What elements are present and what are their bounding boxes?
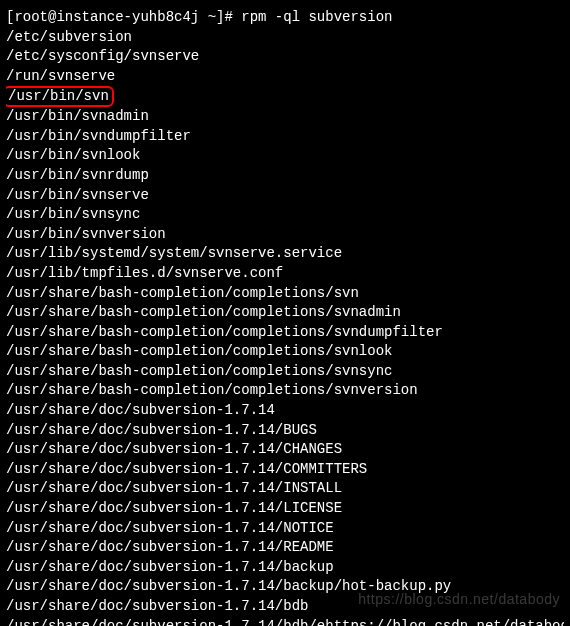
terminal-output-line: /usr/bin/svnlook (6, 146, 564, 166)
terminal-output-line: /usr/share/bash-completion/completions/s… (6, 342, 564, 362)
terminal-output-line: /run/svnserve (6, 67, 564, 87)
terminal-output-line: /usr/bin/svnserve (6, 186, 564, 206)
terminal-output-line: /usr/share/doc/subversion-1.7.14/bdb/eht… (6, 617, 564, 626)
terminal-output-line: /usr/share/doc/subversion-1.7.14 (6, 401, 564, 421)
terminal-output-line: /etc/sysconfig/svnserve (6, 47, 564, 67)
terminal-output-line: /usr/share/bash-completion/completions/s… (6, 381, 564, 401)
terminal-output-line: /usr/share/doc/subversion-1.7.14/backup/… (6, 577, 564, 597)
terminal-output-line: /etc/subversion (6, 28, 564, 48)
terminal-output-line: /usr/share/bash-completion/completions/s… (6, 362, 564, 382)
command-prompt-line: [root@instance-yuhb8c4j ~]# rpm -ql subv… (6, 8, 564, 28)
terminal-output-line: /usr/bin/svnsync (6, 205, 564, 225)
terminal-output-line: /usr/share/doc/subversion-1.7.14/README (6, 538, 564, 558)
terminal-output-line: /usr/bin/svnadmin (6, 107, 564, 127)
terminal-output-line: /usr/bin/svnrdump (6, 166, 564, 186)
terminal-output-line: /usr/lib/tmpfiles.d/svnserve.conf (6, 264, 564, 284)
terminal-output-line: /usr/bin/svndumpfilter (6, 127, 564, 147)
terminal-output-line: /usr/bin/svnversion (6, 225, 564, 245)
output-before-highlight: /etc/subversion/etc/sysconfig/svnserve/r… (6, 28, 564, 87)
terminal-output-line: /usr/share/doc/subversion-1.7.14/bdb (6, 597, 564, 617)
terminal-output-line: /usr/share/doc/subversion-1.7.14/NOTICE (6, 519, 564, 539)
terminal-output-line: /usr/share/doc/subversion-1.7.14/LICENSE (6, 499, 564, 519)
terminal-output-line: /usr/share/doc/subversion-1.7.14/INSTALL (6, 479, 564, 499)
highlighted-line-container: /usr/bin/svn (6, 86, 564, 107)
terminal-output-line: /usr/share/bash-completion/completions/s… (6, 303, 564, 323)
terminal-output-line: /usr/share/doc/subversion-1.7.14/backup (6, 558, 564, 578)
terminal-output-line: /usr/share/doc/subversion-1.7.14/BUGS (6, 421, 564, 441)
highlighted-path: /usr/bin/svn (6, 86, 114, 107)
output-after-highlight: /usr/bin/svnadmin/usr/bin/svndumpfilter/… (6, 107, 564, 626)
terminal-output-line: /usr/lib/systemd/system/svnserve.service (6, 244, 564, 264)
terminal-output-line: /usr/share/bash-completion/completions/s… (6, 323, 564, 343)
terminal-output-line: /usr/share/bash-completion/completions/s… (6, 284, 564, 304)
terminal-output-line: /usr/share/doc/subversion-1.7.14/COMMITT… (6, 460, 564, 480)
terminal-output-line: /usr/share/doc/subversion-1.7.14/CHANGES (6, 440, 564, 460)
